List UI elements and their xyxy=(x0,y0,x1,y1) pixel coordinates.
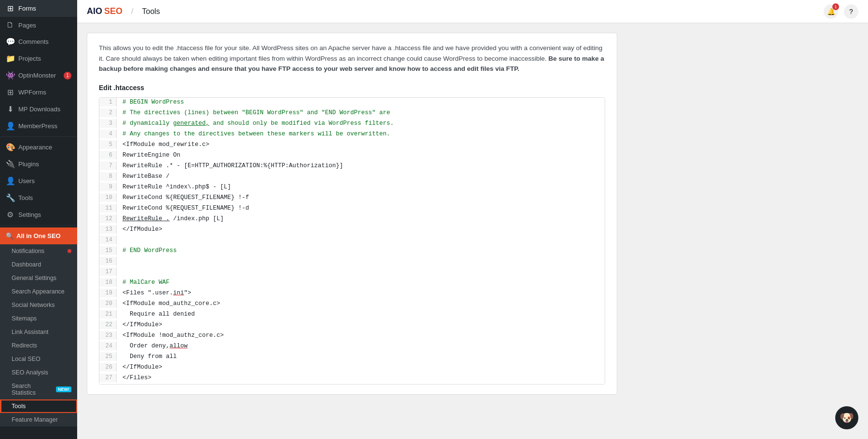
sidebar-item-memberpress[interactable]: 👤 MemberPress xyxy=(0,118,77,134)
appearance-icon: 🎨 xyxy=(6,143,14,152)
line-number: 23 xyxy=(99,331,117,340)
sidebar-item-mpdownloads[interactable]: ⬇ MP Downloads xyxy=(0,101,77,118)
line-content: </IfModule> xyxy=(117,363,605,372)
table-row: 27</Files> xyxy=(99,373,605,384)
aioseo-local-seo[interactable]: Local SEO xyxy=(0,352,77,366)
line-number: 20 xyxy=(99,299,117,308)
sidebar-item-wpforms[interactable]: ⊞ WPForms xyxy=(0,84,77,101)
top-bar-right: 🔔 1 ? xyxy=(824,4,858,19)
sidebar-item-optinmonster[interactable]: 👾 OptinMonster 1 xyxy=(0,67,77,84)
aioseo-feature-manager[interactable]: Feature Manager xyxy=(0,413,77,426)
line-content xyxy=(117,257,605,259)
sidebar-item-plugins[interactable]: 🔌 Plugins xyxy=(0,156,77,173)
line-number: 26 xyxy=(99,363,117,372)
line-number: 11 xyxy=(99,204,117,213)
htaccess-editor[interactable]: 1# BEGIN WordPress2# The directives (lin… xyxy=(99,97,605,385)
table-row: 20<IfModule mod_authz_core.c> xyxy=(99,299,605,310)
table-row: 25 Deny from all xyxy=(99,352,605,363)
line-content: RewriteRule . /index.php [L] xyxy=(117,214,605,223)
table-row: 5<IfModule mod_rewrite.c> xyxy=(99,140,605,151)
sidebar-item-projects[interactable]: 📁 Projects xyxy=(0,50,77,67)
aioseo-seo-analysis[interactable]: SEO Analysis xyxy=(0,366,77,379)
code-lines: 1# BEGIN WordPress2# The directives (lin… xyxy=(99,98,605,384)
table-row: 24 Order deny,allow xyxy=(99,342,605,352)
breadcrumb-separator: / xyxy=(131,7,133,16)
line-number: 1 xyxy=(99,98,117,106)
sidebar-item-appearance[interactable]: 🎨 Appearance xyxy=(0,139,77,156)
line-content: <IfModule mod_rewrite.c> xyxy=(117,140,605,149)
aioseo-tools[interactable]: Tools xyxy=(0,399,77,413)
table-row: 26</IfModule> xyxy=(99,363,605,373)
content-area: This allows you to edit the .htaccess fi… xyxy=(77,23,868,439)
sidebar-item-settings[interactable]: ⚙ Settings xyxy=(0,206,77,223)
aioseo-notifications[interactable]: Notifications xyxy=(0,244,77,258)
line-number: 24 xyxy=(99,342,117,350)
wpforms-icon: ⊞ xyxy=(6,88,14,97)
forms-icon: ⊞ xyxy=(6,4,14,13)
sidebar-item-tools[interactable]: 🔧 Tools xyxy=(0,189,77,206)
line-content: <Files ".user.ini"> xyxy=(117,289,605,297)
aioseo-link-assistant[interactable]: Link Assistant xyxy=(0,325,77,339)
line-number: 9 xyxy=(99,183,117,191)
sidebar-item-users[interactable]: 👤 Users xyxy=(0,173,77,189)
line-content: Deny from all xyxy=(117,352,605,361)
line-content: RewriteEngine On xyxy=(117,151,605,160)
aioseo-sitemaps[interactable]: Sitemaps xyxy=(0,312,77,325)
line-content: RewriteRule .* - [E=HTTP_AUTHORIZATION:%… xyxy=(117,161,605,170)
line-content xyxy=(117,236,605,238)
sidebar-item-aioseo[interactable]: 🔍 All in One SEO xyxy=(0,227,77,244)
logo-aio-text: AIO xyxy=(87,6,102,16)
projects-icon: 📁 xyxy=(6,54,14,63)
line-number: 4 xyxy=(99,130,117,138)
table-row: 14 xyxy=(99,236,605,246)
sidebar-item-comments[interactable]: 💬 Comments xyxy=(0,33,77,50)
table-row: 12RewriteRule . /index.php [L] xyxy=(99,214,605,225)
chat-bubble[interactable]: 🐶 xyxy=(835,406,858,429)
sidebar-item-pages[interactable]: 🗋 Pages xyxy=(0,17,77,33)
logo-seo-text: SEO xyxy=(104,6,122,16)
aioseo-search-statistics[interactable]: Search Statistics NEW! xyxy=(0,379,77,399)
tools-icon: 🔧 xyxy=(6,193,14,202)
notification-count-badge: 1 xyxy=(832,3,839,10)
line-number: 10 xyxy=(99,193,117,202)
notifications-icon-button[interactable]: 🔔 1 xyxy=(824,4,838,19)
line-content: Require all denied xyxy=(117,310,605,319)
sidebar-item-forms[interactable]: ⊞ Forms xyxy=(0,0,77,17)
table-row: 6RewriteEngine On xyxy=(99,151,605,161)
table-row: 13</IfModule> xyxy=(99,225,605,236)
table-row: 19<Files ".user.ini"> xyxy=(99,289,605,299)
new-badge: NEW! xyxy=(56,386,71,392)
line-content: RewriteRule ^index\.php$ - [L] xyxy=(117,183,605,191)
aioseo-dashboard[interactable]: Dashboard xyxy=(0,258,77,271)
aioseo-submenu: Notifications Dashboard General Settings… xyxy=(0,244,77,426)
line-content: # BEGIN WordPress xyxy=(117,98,605,106)
line-content: # The directives (lines) between "BEGIN … xyxy=(117,108,605,117)
pages-icon: 🗋 xyxy=(6,21,14,29)
table-row: 2# The directives (lines) between "BEGIN… xyxy=(99,108,605,119)
line-number: 5 xyxy=(99,140,117,149)
aioseo-social-networks[interactable]: Social Networks xyxy=(0,298,77,312)
aioseo-icon: 🔍 xyxy=(6,232,14,239)
sidebar-divider-2 xyxy=(0,225,77,226)
table-row: 7RewriteRule .* - [E=HTTP_AUTHORIZATION:… xyxy=(99,161,605,172)
users-icon: 👤 xyxy=(6,176,14,186)
line-number: 27 xyxy=(99,373,117,382)
description-paragraph: This allows you to edit the .htaccess fi… xyxy=(99,43,605,74)
line-content: RewriteCond %{REQUEST_FILENAME} !-d xyxy=(117,204,605,213)
memberpress-icon: 👤 xyxy=(6,121,14,131)
table-row: 21 Require all denied xyxy=(99,310,605,320)
line-number: 6 xyxy=(99,151,117,160)
aioseo-general-settings[interactable]: General Settings xyxy=(0,271,77,285)
aioseo-search-appearance[interactable]: Search Appearance xyxy=(0,285,77,298)
line-content: <IfModule mod_authz_core.c> xyxy=(117,299,605,308)
line-number: 3 xyxy=(99,119,117,128)
line-number: 2 xyxy=(99,108,117,117)
question-icon: ? xyxy=(849,8,853,15)
line-number: 18 xyxy=(99,278,117,287)
line-content: </Files> xyxy=(117,373,605,382)
aioseo-redirects[interactable]: Redirects xyxy=(0,339,77,352)
help-icon-button[interactable]: ? xyxy=(844,4,858,19)
table-row: 22</IfModule> xyxy=(99,320,605,331)
plugins-icon: 🔌 xyxy=(6,160,14,169)
aioseo-logo: AIOSEO xyxy=(87,6,122,16)
